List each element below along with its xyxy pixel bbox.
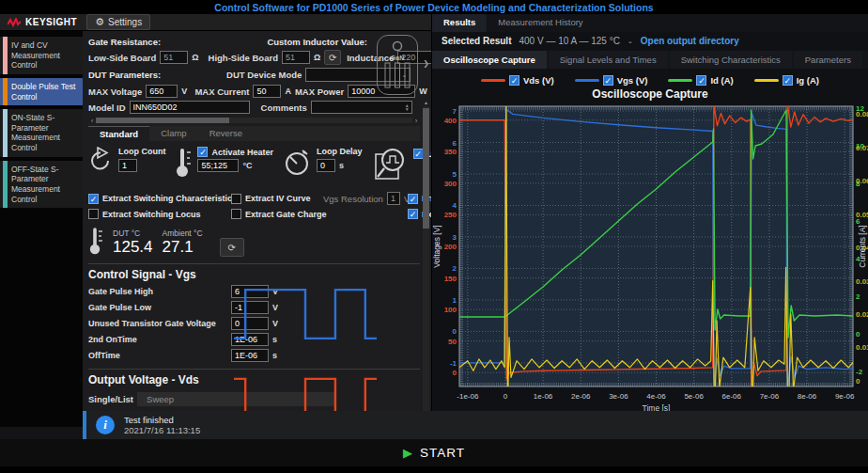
horizontal-scrollbar[interactable]: ‹ › — [88, 117, 420, 124]
vgs-tick-label: 6 — [453, 139, 457, 148]
offtime-input[interactable] — [231, 349, 269, 362]
open-output-directory-link[interactable]: Open output directory — [641, 36, 739, 46]
tab-oscilloscope-capture[interactable]: Oscilloscope Capture — [432, 51, 547, 70]
double-pulse-control-panel: Gate Resistance: Custom Inductor Value: … — [83, 31, 431, 427]
refresh-resistance-button[interactable]: ⟳ — [324, 50, 341, 65]
spinner-arrows-icon[interactable]: ▲▼ — [403, 101, 411, 114]
extract-gate-charge-label: Extract Gate Charge — [245, 210, 327, 219]
extract-switching-characteristics-checkbox[interactable]: ✓ — [88, 194, 99, 204]
chevron-down-icon[interactable]: ⌄ — [628, 38, 633, 45]
vertical-scrollbar[interactable]: ▲ ▼ — [423, 106, 429, 423]
loop-count-input[interactable] — [118, 159, 137, 172]
sidebar-stripe — [3, 161, 8, 209]
transistor-package-icon: GaN — [377, 35, 418, 95]
scroll-up-icon[interactable]: ▲ — [423, 100, 429, 105]
legend-checkbox-id[interactable]: ✓ — [696, 75, 706, 86]
loop-count-label: Loop Count — [118, 147, 165, 156]
vgs-resolution-input[interactable] — [387, 192, 400, 205]
vds-tick-label: 250 — [444, 212, 457, 220]
activate-heater-checkbox[interactable]: ✓ — [197, 147, 208, 157]
x-tick-label: 3e-06 — [609, 392, 628, 401]
selected-result-value[interactable]: 400 V — 10 A — 125 °C — [519, 36, 619, 46]
sidebar-item-iv-cv[interactable]: IV and CV Measurement Control — [0, 37, 83, 74]
scroll-right-icon[interactable]: › — [412, 117, 420, 125]
scroll-left-icon[interactable]: ‹ — [88, 117, 96, 125]
v-scroll-thumb[interactable] — [423, 108, 429, 229]
tab-clamp[interactable]: Clamp — [149, 126, 197, 141]
low-side-input[interactable] — [160, 51, 188, 64]
app-bar: KEYSIGHT ⚙ Settings — [0, 14, 431, 31]
h-scroll-thumb[interactable] — [96, 118, 229, 123]
sidebar-item-off-state[interactable]: OFF-State S-Parameter Measurement Contro… — [0, 161, 83, 209]
vds-tick-label: 100 — [444, 306, 457, 314]
tab-results[interactable]: Results — [432, 14, 487, 32]
model-id-input[interactable] — [130, 101, 250, 114]
legend-item-vds: ✓Vds (V) — [481, 75, 554, 86]
legend-checkbox-vgs[interactable]: ✓ — [603, 75, 613, 86]
loop-delay-label: Loop Delay — [317, 147, 363, 156]
legend-checkbox-ig[interactable]: ✓ — [783, 75, 793, 86]
ig-tick-label: 0.06 — [856, 177, 868, 185]
single-list-label: Single/List — [88, 394, 133, 404]
x-tick-label: 5e-06 — [684, 392, 704, 401]
unused-gate-voltage-label: Unused Transistor Gate Voltage — [88, 319, 231, 328]
x-tick-label: 9e-06 — [835, 392, 855, 401]
tab-parameters[interactable]: Parameters — [794, 51, 862, 70]
dut-temp-label: DUT °C — [113, 229, 153, 238]
export-raw-data-checkbox[interactable]: ✓ — [408, 209, 418, 219]
right-axis-title: Currents [A] — [858, 225, 867, 267]
max-voltage-label: MAX Voltage — [88, 87, 142, 97]
chart-title: Oscilloscope Capture — [432, 87, 868, 102]
ig-tick-label: 0.08 — [856, 110, 868, 118]
tab-reverse[interactable]: Reverse — [198, 126, 254, 141]
vds-tick-label: 200 — [444, 243, 457, 251]
legend-item-ig: ✓Ig (A) — [754, 75, 819, 86]
vds-tick-label: 150 — [444, 275, 457, 283]
ig-tick-label: 0.03 — [856, 277, 868, 286]
extract-gate-charge-checkbox[interactable] — [231, 209, 241, 219]
vgs-waveform-preview — [234, 279, 377, 349]
sidebar-item-label: Double Pulse Test Control — [11, 82, 75, 102]
w-unit: W — [419, 87, 427, 96]
custom-inductor-heading: Custom Inductor Value: — [267, 37, 367, 47]
ig-tick-label: 0.05 — [856, 211, 868, 219]
start-button[interactable]: ▶ START — [403, 446, 465, 460]
extract-switching-characteristics-label: Extract Switching Characteristics — [102, 194, 237, 203]
sidebar-item-on-state[interactable]: ON-State S-Parameter Measurement Control — [0, 109, 83, 157]
tab-measurement-history[interactable]: Measurement History — [487, 14, 594, 32]
collapse-chevron-icon[interactable]: ❯ — [423, 59, 429, 68]
gate-pulse-low-label: Gate Pulse Low — [88, 303, 231, 312]
comments-input[interactable] — [311, 101, 412, 114]
gan-device-icon: GaN — [381, 39, 413, 91]
keysight-logo: KEYSIGHT — [8, 17, 77, 27]
oscilloscope-plot: -1e-0601e-062e-063e-064e-065e-066e-067e-… — [432, 102, 868, 411]
legend-checkbox-vds[interactable]: ✓ — [509, 75, 519, 86]
tab-switching-characteristics[interactable]: Switching Characteristics — [670, 51, 792, 70]
activate-heater-label: Activate Heater — [211, 148, 273, 157]
sidebar-item-double-pulse[interactable]: Double Pulse Test Control — [0, 78, 83, 105]
vds-tick-label: 300 — [444, 180, 457, 188]
thermometer-icon — [88, 227, 103, 257]
tab-standard[interactable]: Standard — [88, 126, 149, 141]
enable-screenshots-checkbox[interactable]: ✓ — [408, 194, 418, 204]
max-current-input[interactable] — [253, 85, 281, 98]
s-unit: s — [339, 161, 344, 170]
tab-signal-levels[interactable]: Signal Levels and Times — [549, 51, 668, 70]
high-side-input[interactable] — [282, 51, 310, 64]
degc-unit: °C — [242, 161, 252, 170]
low-side-label: Low-Side Board — [88, 53, 156, 63]
extract-switching-locus-checkbox[interactable] — [88, 209, 99, 219]
results-panel: Results Measurement History Selected Res… — [431, 14, 868, 411]
ig-tick-label: 0 — [856, 377, 860, 386]
refresh-icon: ⟳ — [329, 53, 336, 63]
extract-iv-curve-checkbox[interactable] — [231, 194, 241, 204]
s-unit: s — [272, 351, 277, 360]
loop-delay-input[interactable] — [317, 159, 335, 172]
refresh-temps-button[interactable]: ⟳ — [220, 238, 244, 257]
settings-button[interactable]: ⚙ Settings — [86, 14, 150, 30]
use-test-pulse-checkbox[interactable]: ✓ — [413, 149, 424, 159]
max-voltage-input[interactable] — [146, 85, 178, 98]
tab-sweep[interactable]: Sweep — [137, 392, 183, 406]
heater-setpoint-input[interactable] — [197, 159, 239, 172]
legend-dash-id — [668, 79, 692, 82]
